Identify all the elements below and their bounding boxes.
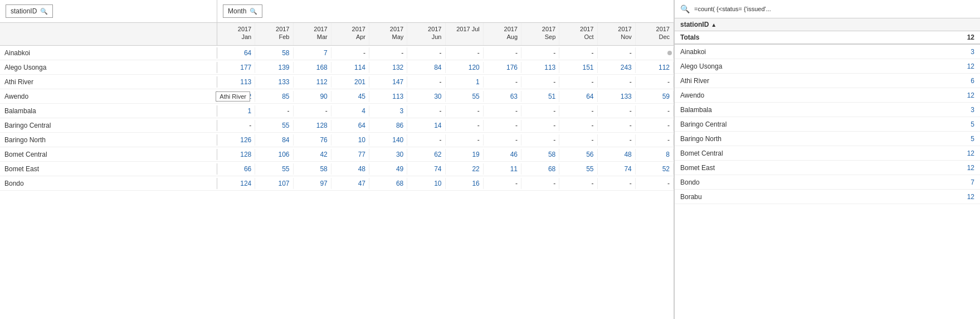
data-cell: 133 [255, 76, 293, 88]
data-cell: 46 [484, 149, 521, 160]
list-item: Bomet East12 [675, 161, 980, 175]
right-count-value: 5 [971, 135, 974, 143]
data-cell: 55 [446, 91, 484, 102]
data-cell: 10 [331, 134, 369, 146]
right-station-name: Borabu [680, 193, 702, 201]
data-cell: - [598, 105, 636, 117]
data-cell: 85 [255, 91, 293, 102]
row-label: Baringo Central [0, 120, 217, 131]
data-area[interactable]: Ainabkoi64587---------Alego Usonga177139… [0, 46, 674, 191]
month-filter-box[interactable]: Month 🔍 [223, 4, 262, 18]
station-search-icon[interactable]: 🔍 [40, 8, 48, 15]
right-count-value: 12 [967, 164, 974, 172]
right-station-name: Awendo [680, 91, 704, 99]
data-cell: - [446, 120, 484, 131]
data-cell: - [407, 47, 445, 59]
right-column-header: stationID ▲ [675, 18, 980, 31]
left-panel: stationID 🔍 Month 🔍 2017 Jan [0, 0, 674, 319]
data-cell: 176 [484, 62, 521, 73]
right-station-name: Ainabkoi [680, 48, 706, 56]
month-cells: 1281064277306219465856488 [217, 149, 674, 160]
data-cell: - [407, 134, 445, 146]
data-cell: 106 [255, 149, 293, 160]
data-cell: 30 [407, 91, 445, 102]
month-cells: 17713916811413284120176113151243112 [217, 62, 674, 73]
data-cell: 128 [217, 149, 255, 160]
data-cell: - [636, 76, 674, 88]
data-cell: - [217, 120, 255, 131]
list-item: Alego Usonga12 [675, 59, 980, 74]
data-cell: - [521, 76, 559, 88]
data-cell: - [636, 120, 674, 131]
data-cell: 68 [521, 163, 559, 175]
data-cell: - [559, 178, 597, 189]
row-label: Athi River [0, 76, 217, 88]
data-cell: - [598, 120, 636, 131]
month-header: Month 🔍 [217, 0, 674, 22]
data-cell: 90 [294, 91, 331, 102]
right-search-icon[interactable]: 🔍 [680, 4, 690, 13]
data-cell: 47 [331, 178, 369, 189]
data-cell: 68 [369, 178, 407, 189]
row-label: Ainabkoi [0, 47, 217, 59]
data-cell: 84 [255, 134, 293, 146]
right-count-value: 12 [967, 149, 974, 157]
data-cell: 86 [369, 120, 407, 131]
table-row: Alego Usonga1771391681141328412017611315… [0, 60, 674, 75]
row-label-col-header [0, 23, 217, 45]
data-cell: 120 [446, 62, 484, 73]
data-cell: - [484, 47, 521, 59]
data-cell: 55 [559, 163, 597, 175]
table-row: Bomet Central1281064277306219465856488 [0, 147, 674, 162]
col-header-nov: 2017 Nov [598, 23, 636, 45]
list-item: Bomet Central12 [675, 146, 980, 161]
station-id-header: stationID 🔍 [0, 0, 217, 22]
right-station-name: Baringo Central [680, 120, 727, 128]
data-cell: - [521, 47, 559, 59]
station-id-label: stationID [11, 7, 37, 15]
data-cell: - [636, 178, 674, 189]
col-header-jul: 2017 Jul [446, 23, 484, 45]
month-search-icon[interactable]: 🔍 [250, 8, 257, 15]
totals-label: Totals [680, 33, 699, 41]
data-cell: - [369, 47, 407, 59]
data-cell: 77 [331, 149, 369, 160]
data-cell: 16 [446, 178, 484, 189]
data-cell: 124 [217, 178, 255, 189]
station-id-filter-box[interactable]: stationID 🔍 [6, 4, 53, 18]
right-station-col-name[interactable]: stationID ▲ [680, 21, 716, 28]
month-cells: 52859045113305563516413359 [217, 91, 674, 102]
row-label: Bomet East [0, 163, 217, 175]
data-cell: 140 [369, 134, 407, 146]
col-header-mar: 2017 Mar [294, 23, 331, 45]
data-cell: 139 [255, 62, 293, 73]
right-station-name: Athi River [680, 77, 709, 85]
data-cell: - [484, 178, 521, 189]
data-cell: - [446, 134, 484, 146]
data-cell: - [521, 178, 559, 189]
data-cell: 52 [636, 163, 674, 175]
data-cell: - [407, 76, 445, 88]
data-cell: 168 [294, 62, 331, 73]
month-columns-headers: 2017 Jan 2017 Feb 2017 Mar 2017 Apr [217, 23, 674, 45]
data-cell: 58 [255, 47, 293, 59]
data-cell: 1 [446, 76, 484, 88]
data-cell: - [598, 134, 636, 146]
data-cell: 7 [294, 47, 331, 59]
data-cell: - [484, 105, 521, 117]
data-cell: 97 [294, 178, 331, 189]
row-label: Alego Usonga [0, 62, 217, 73]
data-cell: 45 [331, 91, 369, 102]
data-cell: 62 [407, 149, 445, 160]
row-label: AwendoAthi River [0, 91, 217, 102]
data-cell: - [446, 105, 484, 117]
data-cell: 66 [217, 163, 255, 175]
data-cell: 48 [331, 163, 369, 175]
data-cell: - [521, 105, 559, 117]
data-cell: - [598, 76, 636, 88]
right-data-area[interactable]: Ainabkoi3Alego Usonga12Athi River6Awendo… [675, 45, 980, 319]
data-cell: 112 [636, 62, 674, 73]
data-cell: 4 [331, 105, 369, 117]
row-label: Balambala [0, 105, 217, 117]
data-cell: - [484, 76, 521, 88]
